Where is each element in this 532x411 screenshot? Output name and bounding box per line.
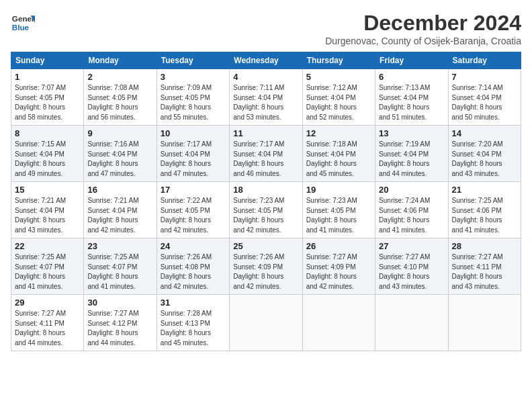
day-number: 30	[87, 298, 152, 308]
day-info: Sunrise: 7:27 AM Sunset: 4:09 PM Dayligh…	[306, 253, 371, 291]
day-info: Sunrise: 7:25 AM Sunset: 4:07 PM Dayligh…	[87, 253, 152, 291]
day-info: Sunrise: 7:11 AM Sunset: 4:04 PM Dayligh…	[233, 83, 298, 122]
weekday-header-saturday: Saturday	[448, 52, 521, 69]
calendar-cell: 26Sunrise: 7:27 AM Sunset: 4:09 PM Dayli…	[302, 238, 375, 295]
day-info: Sunrise: 7:16 AM Sunset: 4:04 PM Dayligh…	[87, 140, 152, 179]
calendar-cell: 13Sunrise: 7:19 AM Sunset: 4:04 PM Dayli…	[375, 126, 448, 182]
calendar-cell: 6Sunrise: 7:13 AM Sunset: 4:04 PM Daylig…	[375, 69, 448, 126]
day-number: 4	[233, 72, 298, 82]
day-info: Sunrise: 7:07 AM Sunset: 4:05 PM Dayligh…	[15, 83, 80, 122]
title-block: December 2024 Durgenovac, County of Osij…	[325, 11, 521, 46]
calendar-table: SundayMondayTuesdayWednesdayThursdayFrid…	[11, 52, 521, 351]
day-info: Sunrise: 7:27 AM Sunset: 4:10 PM Dayligh…	[379, 253, 444, 291]
calendar-cell: 3Sunrise: 7:09 AM Sunset: 4:05 PM Daylig…	[157, 69, 229, 126]
day-number: 8	[15, 128, 80, 138]
calendar-cell: 11Sunrise: 7:17 AM Sunset: 4:04 PM Dayli…	[230, 126, 302, 182]
calendar-cell	[448, 295, 521, 351]
day-number: 29	[15, 298, 80, 308]
logo: General Blue	[11, 11, 35, 35]
day-info: Sunrise: 7:22 AM Sunset: 4:05 PM Dayligh…	[161, 196, 226, 235]
weekday-header-row: SundayMondayTuesdayWednesdayThursdayFrid…	[11, 52, 521, 69]
calendar-cell: 27Sunrise: 7:27 AM Sunset: 4:10 PM Dayli…	[375, 238, 448, 295]
calendar-cell: 22Sunrise: 7:25 AM Sunset: 4:07 PM Dayli…	[11, 238, 84, 295]
calendar-cell: 9Sunrise: 7:16 AM Sunset: 4:04 PM Daylig…	[84, 126, 157, 182]
calendar-cell: 16Sunrise: 7:21 AM Sunset: 4:04 PM Dayli…	[84, 182, 157, 238]
calendar-cell: 17Sunrise: 7:22 AM Sunset: 4:05 PM Dayli…	[157, 182, 229, 238]
calendar-cell: 20Sunrise: 7:24 AM Sunset: 4:06 PM Dayli…	[375, 182, 448, 238]
day-number: 14	[452, 128, 517, 138]
day-info: Sunrise: 7:15 AM Sunset: 4:04 PM Dayligh…	[15, 140, 80, 179]
day-info: Sunrise: 7:13 AM Sunset: 4:04 PM Dayligh…	[379, 83, 444, 122]
month-title: December 2024	[325, 11, 521, 36]
day-number: 24	[161, 241, 226, 251]
calendar-cell: 12Sunrise: 7:18 AM Sunset: 4:04 PM Dayli…	[302, 126, 375, 182]
day-info: Sunrise: 7:27 AM Sunset: 4:12 PM Dayligh…	[87, 309, 152, 348]
day-number: 13	[379, 128, 444, 138]
calendar-cell: 19Sunrise: 7:23 AM Sunset: 4:05 PM Dayli…	[302, 182, 375, 238]
calendar-cell: 23Sunrise: 7:25 AM Sunset: 4:07 PM Dayli…	[84, 238, 157, 295]
weekday-header-sunday: Sunday	[11, 52, 84, 69]
calendar-cell	[230, 295, 302, 351]
weekday-header-wednesday: Wednesday	[230, 52, 302, 69]
calendar-cell: 14Sunrise: 7:20 AM Sunset: 4:04 PM Dayli…	[448, 126, 521, 182]
calendar-cell: 7Sunrise: 7:14 AM Sunset: 4:04 PM Daylig…	[448, 69, 521, 126]
weekday-header-friday: Friday	[375, 52, 448, 69]
calendar-week-3: 15Sunrise: 7:21 AM Sunset: 4:04 PM Dayli…	[11, 182, 521, 238]
day-info: Sunrise: 7:23 AM Sunset: 4:05 PM Dayligh…	[233, 196, 298, 235]
day-info: Sunrise: 7:21 AM Sunset: 4:04 PM Dayligh…	[87, 196, 152, 235]
day-info: Sunrise: 7:12 AM Sunset: 4:04 PM Dayligh…	[306, 83, 371, 122]
calendar-cell: 8Sunrise: 7:15 AM Sunset: 4:04 PM Daylig…	[11, 126, 84, 182]
day-info: Sunrise: 7:25 AM Sunset: 4:06 PM Dayligh…	[452, 196, 517, 235]
calendar-week-4: 22Sunrise: 7:25 AM Sunset: 4:07 PM Dayli…	[11, 238, 521, 295]
day-info: Sunrise: 7:17 AM Sunset: 4:04 PM Dayligh…	[161, 140, 226, 179]
calendar-cell: 28Sunrise: 7:27 AM Sunset: 4:11 PM Dayli…	[448, 238, 521, 295]
day-number: 25	[233, 241, 298, 251]
day-number: 28	[452, 241, 517, 251]
day-info: Sunrise: 7:14 AM Sunset: 4:04 PM Dayligh…	[452, 83, 517, 122]
day-number: 11	[233, 128, 298, 138]
calendar-cell: 5Sunrise: 7:12 AM Sunset: 4:04 PM Daylig…	[302, 69, 375, 126]
calendar-week-5: 29Sunrise: 7:27 AM Sunset: 4:11 PM Dayli…	[11, 295, 521, 351]
calendar-cell: 25Sunrise: 7:26 AM Sunset: 4:09 PM Dayli…	[230, 238, 302, 295]
day-number: 19	[306, 185, 371, 195]
day-number: 16	[87, 185, 152, 195]
day-info: Sunrise: 7:27 AM Sunset: 4:11 PM Dayligh…	[15, 309, 80, 348]
calendar-week-1: 1Sunrise: 7:07 AM Sunset: 4:05 PM Daylig…	[11, 69, 521, 126]
day-number: 3	[161, 72, 226, 82]
calendar-cell: 15Sunrise: 7:21 AM Sunset: 4:04 PM Dayli…	[11, 182, 84, 238]
day-info: Sunrise: 7:28 AM Sunset: 4:13 PM Dayligh…	[161, 309, 226, 348]
calendar-cell: 31Sunrise: 7:28 AM Sunset: 4:13 PM Dayli…	[157, 295, 229, 351]
calendar-cell: 29Sunrise: 7:27 AM Sunset: 4:11 PM Dayli…	[11, 295, 84, 351]
day-number: 31	[161, 298, 226, 308]
logo-icon: General Blue	[11, 11, 35, 35]
day-number: 9	[87, 128, 152, 138]
weekday-header-thursday: Thursday	[302, 52, 375, 69]
day-info: Sunrise: 7:20 AM Sunset: 4:04 PM Dayligh…	[452, 140, 517, 179]
day-number: 18	[233, 185, 298, 195]
day-info: Sunrise: 7:09 AM Sunset: 4:05 PM Dayligh…	[161, 83, 226, 122]
day-info: Sunrise: 7:26 AM Sunset: 4:09 PM Dayligh…	[233, 253, 298, 291]
day-number: 6	[379, 72, 444, 82]
day-info: Sunrise: 7:08 AM Sunset: 4:05 PM Dayligh…	[87, 83, 152, 122]
calendar-cell: 1Sunrise: 7:07 AM Sunset: 4:05 PM Daylig…	[11, 69, 84, 126]
calendar-cell: 2Sunrise: 7:08 AM Sunset: 4:05 PM Daylig…	[84, 69, 157, 126]
day-info: Sunrise: 7:19 AM Sunset: 4:04 PM Dayligh…	[379, 140, 444, 179]
day-number: 12	[306, 128, 371, 138]
calendar-cell: 10Sunrise: 7:17 AM Sunset: 4:04 PM Dayli…	[157, 126, 229, 182]
day-info: Sunrise: 7:24 AM Sunset: 4:06 PM Dayligh…	[379, 196, 444, 235]
day-number: 23	[87, 241, 152, 251]
day-info: Sunrise: 7:26 AM Sunset: 4:08 PM Dayligh…	[161, 253, 226, 291]
calendar-week-2: 8Sunrise: 7:15 AM Sunset: 4:04 PM Daylig…	[11, 126, 521, 182]
calendar-cell	[375, 295, 448, 351]
day-info: Sunrise: 7:25 AM Sunset: 4:07 PM Dayligh…	[15, 253, 80, 291]
day-number: 17	[161, 185, 226, 195]
calendar-cell: 30Sunrise: 7:27 AM Sunset: 4:12 PM Dayli…	[84, 295, 157, 351]
day-info: Sunrise: 7:18 AM Sunset: 4:04 PM Dayligh…	[306, 140, 371, 179]
day-number: 2	[87, 72, 152, 82]
calendar-body: 1Sunrise: 7:07 AM Sunset: 4:05 PM Daylig…	[11, 69, 521, 351]
calendar-cell	[302, 295, 375, 351]
location-subtitle: Durgenovac, County of Osijek-Baranja, Cr…	[325, 36, 521, 46]
day-number: 27	[379, 241, 444, 251]
day-number: 22	[15, 241, 80, 251]
svg-text:General: General	[12, 14, 35, 23]
